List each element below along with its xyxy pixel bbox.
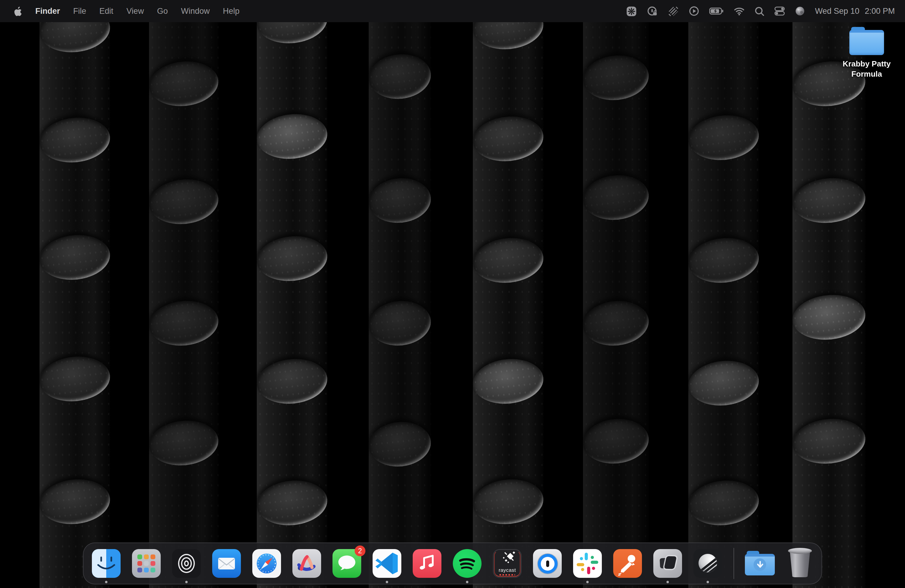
wallpaper-cylinder-cap (471, 113, 546, 165)
wallpaper-cylinder-cap (686, 477, 761, 529)
menu-bar-status-area: Wed Sep 10 2:00 PM (626, 0, 895, 22)
wallpaper-cylinder-cap (791, 175, 868, 227)
menu-view[interactable]: View (120, 0, 151, 22)
wallpaper-column (583, 22, 649, 588)
postman-icon (613, 549, 642, 578)
onepassword-icon (533, 549, 562, 578)
running-indicator (105, 581, 108, 583)
wallpaper-column (40, 22, 110, 588)
dock-trash[interactable] (788, 549, 813, 578)
running-indicator (707, 581, 709, 583)
wallpaper-cylinder-cap (581, 52, 651, 103)
slack-icon (573, 549, 602, 578)
spotlight-search-icon[interactable] (754, 0, 764, 22)
onepassword-lock-icon[interactable] (647, 0, 657, 22)
wallpaper-cylinder-cap (255, 477, 330, 529)
wallpaper-cylinder-cap (147, 58, 221, 109)
wallpaper-cylinder-cap (147, 297, 221, 349)
dock-raycast[interactable]: raycast (493, 549, 522, 578)
dock-divider (734, 548, 734, 579)
dock-striped-sphere-app[interactable] (694, 549, 722, 578)
menubar-time: 2:00 PM (865, 6, 895, 16)
wallpaper-cylinder-cap (255, 356, 330, 407)
folder-icon (849, 27, 884, 56)
wallpaper-cylinder-cap (581, 172, 651, 223)
now-playing-icon[interactable] (689, 0, 699, 22)
desktop-folder-krabby-patty[interactable]: Krabby Patty Formula (831, 27, 903, 79)
dock-finder[interactable] (92, 549, 121, 578)
battery-charging-icon[interactable] (709, 0, 723, 22)
wallpaper-cylinder-cap (147, 417, 221, 469)
menu-help[interactable]: Help (216, 0, 246, 22)
running-indicator (466, 581, 468, 583)
wallpaper-cylinder-cap (367, 419, 433, 470)
wallpaper-column (149, 22, 219, 588)
music-icon (413, 549, 441, 578)
raycast-icon: raycast (493, 549, 522, 578)
notification-badge: 2 (355, 545, 365, 556)
wifi-icon[interactable] (734, 0, 744, 22)
dock-safari[interactable] (252, 549, 281, 578)
wallpaper-cylinder-cap (367, 175, 433, 226)
concentric-circles-icon (172, 549, 201, 578)
running-indicator (185, 581, 187, 583)
wallpaper-column (792, 22, 865, 588)
dock-concentric-circles-app[interactable] (172, 549, 201, 578)
wallpaper-cylinder-cap (37, 353, 112, 405)
dock-arc[interactable] (292, 549, 321, 578)
wallpaper-column (257, 22, 327, 588)
wallpaper-column (369, 22, 431, 588)
wallpaper-cylinder-cap (581, 416, 651, 467)
menu-finder[interactable]: Finder (29, 0, 67, 22)
wallpaper-cylinder-cap (791, 292, 868, 343)
apple-menu[interactable] (6, 6, 29, 16)
dock-downloads-folder[interactable] (746, 549, 776, 578)
wallpaper-cylinder-cap (686, 112, 761, 164)
app-flower-icon[interactable] (626, 0, 637, 22)
dock-1password[interactable] (533, 549, 562, 578)
dock-slack[interactable] (573, 549, 602, 578)
desktop-wallpaper (0, 0, 905, 588)
wallpaper-cylinder-cap (147, 176, 221, 227)
wallpaper-cylinder-cap (367, 51, 433, 102)
running-indicator (586, 581, 589, 583)
dock-vscode[interactable] (373, 549, 401, 578)
dock-spotify[interactable] (453, 549, 481, 578)
wallpaper-column (473, 22, 543, 588)
vscode-icon (373, 549, 401, 578)
menu-bar: Finder File Edit View Go Window Help (0, 0, 905, 22)
striped-diamond-icon[interactable] (668, 0, 678, 22)
dock-launchpad[interactable] (132, 549, 161, 578)
wallpaper-cylinder-cap (791, 416, 868, 467)
menubar-clock[interactable]: Wed Sep 10 2:00 PM (815, 6, 895, 16)
control-center-icon[interactable] (774, 0, 784, 22)
menu-edit[interactable]: Edit (93, 0, 120, 22)
wallpaper-cylinder-cap (471, 356, 546, 407)
menu-window[interactable]: Window (175, 0, 216, 22)
gray-shapes-icon (653, 549, 682, 578)
dock: 2 (83, 542, 822, 585)
apple-logo-icon (13, 6, 22, 16)
wallpaper-cylinder-cap (686, 235, 761, 286)
dock-music[interactable] (413, 549, 441, 578)
safari-icon (252, 549, 281, 578)
wallpaper-cylinder-cap (581, 298, 651, 349)
wallpaper-cylinder-cap (367, 298, 433, 349)
menu-file[interactable]: File (67, 0, 93, 22)
sphere-icon[interactable] (795, 0, 805, 22)
wallpaper-column (688, 22, 759, 588)
finder-icon (92, 549, 121, 578)
wallpaper-cylinder-cap (37, 476, 112, 528)
download-arrow-icon (754, 558, 766, 571)
dock-mail[interactable] (212, 549, 241, 578)
menu-go[interactable]: Go (151, 0, 175, 22)
folder-label: Krabby Patty Formula (831, 59, 903, 79)
macos-desktop: Finder File Edit View Go Window Help (0, 0, 905, 588)
dock-postman[interactable] (613, 549, 642, 578)
dock-messages[interactable]: 2 (332, 549, 361, 578)
dock-gray-shapes-app[interactable] (653, 549, 682, 578)
wallpaper-cylinder-cap (686, 358, 761, 409)
wallpaper-cylinder-cap (37, 232, 112, 283)
spotify-icon (453, 549, 481, 578)
wallpaper-cylinder-cap (255, 233, 330, 284)
